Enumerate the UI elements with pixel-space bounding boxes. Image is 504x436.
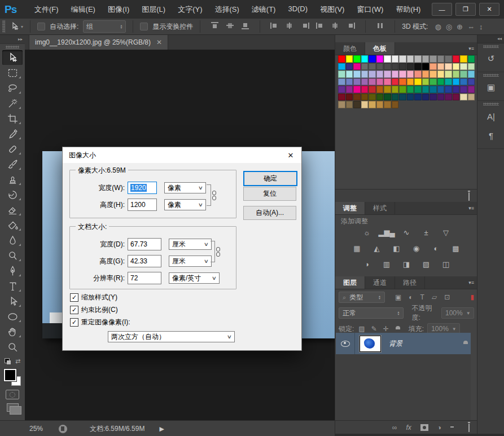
brush-tool[interactable] bbox=[2, 157, 23, 171]
color-swatch[interactable] bbox=[384, 101, 391, 108]
color-swatch[interactable] bbox=[399, 86, 406, 93]
color-swatch[interactable] bbox=[399, 55, 406, 63]
color-swatch[interactable] bbox=[346, 86, 353, 93]
menu-item-3d[interactable]: 3D(D) bbox=[282, 5, 314, 15]
distribute-right-edges-icon[interactable] bbox=[347, 22, 355, 29]
color-swatch[interactable] bbox=[392, 63, 399, 71]
align-right-edges-icon[interactable] bbox=[301, 22, 309, 29]
align-bottom-edges-icon[interactable] bbox=[241, 22, 249, 29]
color-swatch[interactable] bbox=[353, 71, 361, 78]
color-swatch[interactable] bbox=[460, 63, 467, 71]
delete-swatch-icon[interactable] bbox=[468, 192, 470, 200]
color-swatch[interactable] bbox=[399, 63, 406, 71]
color-swatch[interactable] bbox=[453, 86, 460, 93]
color-swatch[interactable] bbox=[399, 78, 406, 86]
color-swatch[interactable] bbox=[361, 63, 369, 71]
color-swatch[interactable] bbox=[353, 78, 361, 86]
paragraph-panel-icon[interactable]: ¶ bbox=[483, 127, 499, 144]
color-swatch[interactable] bbox=[369, 63, 376, 71]
color-swatch[interactable] bbox=[369, 94, 376, 101]
color-swatch[interactable] bbox=[437, 78, 445, 86]
dialog-close-button[interactable]: ✕ bbox=[280, 147, 301, 163]
color-swatch[interactable] bbox=[361, 71, 369, 78]
move-tool[interactable] bbox=[2, 50, 23, 65]
clone-stamp-tool[interactable] bbox=[2, 172, 23, 187]
color-swatch[interactable] bbox=[353, 86, 361, 93]
color-swatch[interactable] bbox=[353, 94, 361, 101]
color-swatch[interactable] bbox=[353, 101, 361, 108]
auto-select-checkbox[interactable] bbox=[37, 23, 45, 30]
color-swatch[interactable] bbox=[384, 78, 391, 86]
constrain-proportions-checkbox[interactable]: ✓ bbox=[70, 306, 78, 314]
color-swatch[interactable] bbox=[422, 71, 430, 78]
color-swatch[interactable] bbox=[430, 86, 437, 93]
color-swatch[interactable] bbox=[422, 94, 430, 101]
color-swatch[interactable] bbox=[392, 86, 399, 93]
color-swatch[interactable] bbox=[460, 86, 467, 93]
adjustments-tab-adjustments[interactable]: 调整 bbox=[335, 202, 365, 214]
color-swatch[interactable] bbox=[376, 86, 384, 93]
foreground-background-colors[interactable] bbox=[4, 369, 21, 386]
levels-icon[interactable]: ▂▆▄ bbox=[380, 227, 393, 238]
color-swatch[interactable] bbox=[430, 63, 437, 71]
3d-panel-icon[interactable]: ▣ bbox=[483, 79, 499, 96]
color-swatch[interactable] bbox=[384, 63, 391, 71]
color-swatch[interactable] bbox=[376, 63, 384, 71]
layer-filter-type-dropdown[interactable]: ⌕ 类型 ▲▼ bbox=[339, 292, 385, 303]
scale-styles-checkbox[interactable]: ✓ bbox=[70, 293, 78, 302]
color-swatch[interactable] bbox=[437, 55, 445, 63]
resample-method-dropdown[interactable]: 两次立方（自动）∨ bbox=[108, 331, 235, 342]
color-swatch[interactable] bbox=[414, 86, 422, 93]
status-options-arrow[interactable]: ▶ bbox=[159, 425, 164, 433]
color-swatch[interactable] bbox=[445, 78, 452, 86]
lock-position-icon[interactable]: ✛ bbox=[383, 325, 389, 333]
color-swatch[interactable] bbox=[437, 63, 445, 71]
hue-saturation-icon[interactable]: ▦ bbox=[350, 243, 364, 254]
color-swatch[interactable] bbox=[399, 94, 406, 101]
color-swatch[interactable] bbox=[376, 71, 384, 78]
doc-width-input[interactable]: 67.73 bbox=[128, 238, 161, 250]
distribute-left-edges-icon[interactable] bbox=[316, 22, 325, 29]
3d-scale-icon[interactable]: ↕ bbox=[479, 23, 483, 31]
hand-tool[interactable] bbox=[2, 324, 23, 339]
menu-item-window[interactable]: 窗口(W) bbox=[350, 5, 389, 15]
swap-colors-icon[interactable]: ⇄ bbox=[15, 358, 20, 365]
photo-filter-icon[interactable]: ◉ bbox=[410, 243, 423, 254]
color-swatch[interactable] bbox=[361, 78, 369, 86]
color-swatch[interactable] bbox=[460, 94, 467, 101]
posterize-icon[interactable]: ▥ bbox=[380, 259, 393, 270]
swatches-panel-menu-icon[interactable]: ▾≡ bbox=[468, 46, 474, 51]
screen-mode-button[interactable] bbox=[7, 403, 19, 412]
color-swatch[interactable] bbox=[407, 55, 414, 63]
color-swatch[interactable] bbox=[430, 55, 437, 63]
width-unit-dropdown[interactable]: 像素∨ bbox=[164, 182, 206, 193]
color-swatch[interactable] bbox=[376, 101, 384, 108]
color-swatch[interactable] bbox=[422, 55, 430, 63]
align-vertical-centers-icon[interactable] bbox=[226, 22, 234, 29]
menu-item-file[interactable]: 文件(F) bbox=[28, 5, 65, 15]
dock-grip[interactable] bbox=[483, 74, 499, 77]
black-white-icon[interactable]: ◧ bbox=[390, 243, 404, 254]
auto-align-layers-icon[interactable] bbox=[376, 22, 384, 29]
channel-mixer-icon[interactable]: ◐ bbox=[430, 243, 443, 254]
color-swatch[interactable] bbox=[437, 94, 445, 101]
type-tool[interactable] bbox=[2, 279, 23, 293]
menu-item-edit[interactable]: 编辑(E) bbox=[65, 5, 102, 15]
color-swatch[interactable] bbox=[338, 55, 345, 63]
color-swatch[interactable] bbox=[338, 86, 345, 93]
adjustments-tab-styles[interactable]: 样式 bbox=[365, 202, 395, 214]
selective-color-icon[interactable]: ◫ bbox=[439, 259, 453, 270]
quick-mask-mode-button[interactable] bbox=[6, 390, 19, 399]
color-swatch[interactable] bbox=[407, 94, 414, 101]
layers-panel-menu-icon[interactable]: ▾≡ bbox=[468, 280, 474, 285]
menu-item-select[interactable]: 选择(S) bbox=[208, 5, 245, 15]
color-swatch[interactable] bbox=[353, 63, 361, 71]
color-swatch[interactable] bbox=[460, 55, 467, 63]
zoom-level-field[interactable]: 25% bbox=[29, 425, 43, 433]
exposure-icon[interactable]: ± bbox=[419, 227, 433, 238]
resolution-unit-dropdown[interactable]: 像素/英寸∨ bbox=[169, 272, 220, 284]
delete-layer-icon[interactable] bbox=[468, 424, 470, 431]
pen-tool[interactable] bbox=[2, 263, 23, 278]
filter-smart-objects-icon[interactable]: ⊡ bbox=[444, 293, 450, 301]
color-swatch[interactable] bbox=[407, 71, 414, 78]
